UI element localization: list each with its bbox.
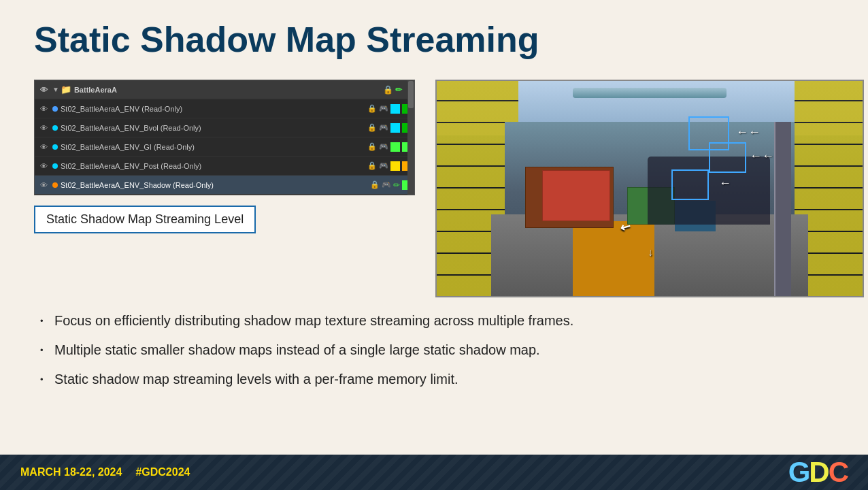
eye-icon: 👁 (37, 141, 50, 153)
selection-box-3 (671, 169, 709, 200)
row-label: St02_BattleAeraA_ENV_GI (Read-Only) (52, 143, 367, 151)
eye-icon: 👁 (37, 122, 50, 134)
color-swatch (390, 104, 400, 114)
bullet-dot-2: ・ (34, 340, 49, 361)
game-screenshot: ←← ←← ← ↙ ↓ (435, 80, 864, 297)
eye-icon: 👁 (37, 179, 50, 191)
arrow-3: ← (719, 176, 731, 191)
footer-left: MARCH 18-22, 2024 #GDC2024 (20, 466, 190, 478)
footer-date: MARCH 18-22, 2024 (20, 466, 122, 478)
level-row-shadow: 👁 St02_BattleAeraA_ENV_Shadow (Read-Only… (35, 176, 414, 195)
pencil-icon: ✏ (395, 85, 402, 95)
row-label-shadow: St02_BattleAeraA_ENV_Shadow (Read-Only) (52, 181, 370, 189)
level-row: 👁 St02_BattleAeraA_ENV (Read-Only) 🔒 🎮 (35, 99, 414, 118)
gamepad-icon: 🎮 (379, 142, 388, 151)
ceiling-pipe (573, 88, 727, 98)
bullet-dot-3: ・ (34, 370, 49, 391)
lock-icon: 🔒 (367, 161, 377, 170)
arrow-1: ←← (736, 125, 761, 140)
gamepad-icon: 🎮 (379, 161, 388, 170)
gdc-letter-d: D (809, 458, 828, 487)
slide-title: Static Shadow Map Streaming (34, 20, 834, 59)
bullet-1: ・ Focus on efficiently distributing shad… (34, 311, 834, 332)
arrow-2: ←← (750, 149, 774, 163)
box-2 (542, 170, 610, 221)
folder-icon: 📁 (61, 84, 71, 95)
pencil-icon-2: ✏ (393, 180, 400, 190)
color-swatch (390, 161, 400, 171)
level-header-row: 👁 ▼ 📁 BattleAeraA 🔒 ✏ (35, 80, 414, 99)
bullet-text-3: Static shadow map streaming levels with … (54, 370, 458, 389)
gdc-letter-g: G (788, 458, 809, 487)
gdc-logo: G D C (788, 458, 848, 487)
footer-hashtag: #GDC2024 (135, 466, 190, 478)
level-row: 👁 St02_BattleAeraA_ENV_GI (Read-Only) 🔒 … (35, 137, 414, 157)
header-label: BattleAeraA (74, 86, 383, 94)
lock-icon: 🔒 (367, 104, 377, 113)
row-label: St02_BattleAeraA_ENV_Bvol (Read-Only) (52, 124, 367, 132)
row-label: St02_BattleAeraA_ENV_Post (Read-Only) (52, 162, 367, 170)
eye-icon: 👁 (37, 160, 50, 172)
bullet-3: ・ Static shadow map streaming levels wit… (34, 370, 834, 391)
eye-icon: 👁 (37, 84, 50, 96)
bullet-2: ・ Multiple static smaller shadow maps in… (34, 340, 834, 361)
gamepad-icon: 🎮 (379, 123, 388, 132)
footer: MARCH 18-22, 2024 #GDC2024 G D C (0, 455, 868, 490)
gdc-letter-c: C (829, 458, 848, 487)
level-row: 👁 St02_BattleAeraA_ENV_Post (Read-Only) … (35, 157, 414, 176)
bullet-dot-1: ・ (34, 311, 49, 332)
level-panel: 👁 ▼ 📁 BattleAeraA 🔒 ✏ 👁 (34, 80, 415, 195)
color-swatch (390, 123, 400, 133)
left-panel: 👁 ▼ 📁 BattleAeraA 🔒 ✏ 👁 (34, 80, 415, 233)
arrow-down: ↓ (648, 246, 653, 259)
eye-icon: 👁 (37, 103, 50, 115)
bullet-points-section: ・ Focus on efficiently distributing shad… (34, 311, 834, 390)
scrollbar[interactable] (407, 80, 414, 195)
lock-icon: 🔒 (367, 142, 377, 151)
row-label: St02_BattleAeraA_ENV (Read-Only) (52, 105, 367, 113)
pillar-right (774, 122, 791, 296)
right-panel: ←← ←← ← ↙ ↓ (435, 80, 864, 297)
selection-box-2 (709, 142, 746, 173)
lock-icon: 🔒 (370, 180, 380, 189)
bullet-text-2: Multiple static smaller shadow maps inst… (54, 340, 540, 359)
label-box: Static Shadow Map Streaming Level (34, 206, 256, 233)
floor-stripe (573, 221, 654, 296)
gamepad-icon: 🎮 (379, 104, 388, 113)
gamepad-icon: 🎮 (382, 180, 391, 189)
lock-icon: 🔒 (367, 123, 377, 132)
lock-icon: 🔒 (383, 85, 393, 95)
color-swatch (390, 142, 400, 152)
bullet-text-1: Focus on efficiently distributing shadow… (54, 311, 573, 330)
scrollbar-thumb[interactable] (408, 81, 414, 108)
expand-arrow-icon: ▼ (52, 86, 59, 93)
level-row: 👁 St02_BattleAeraA_ENV_Bvol (Read-Only) … (35, 118, 414, 137)
